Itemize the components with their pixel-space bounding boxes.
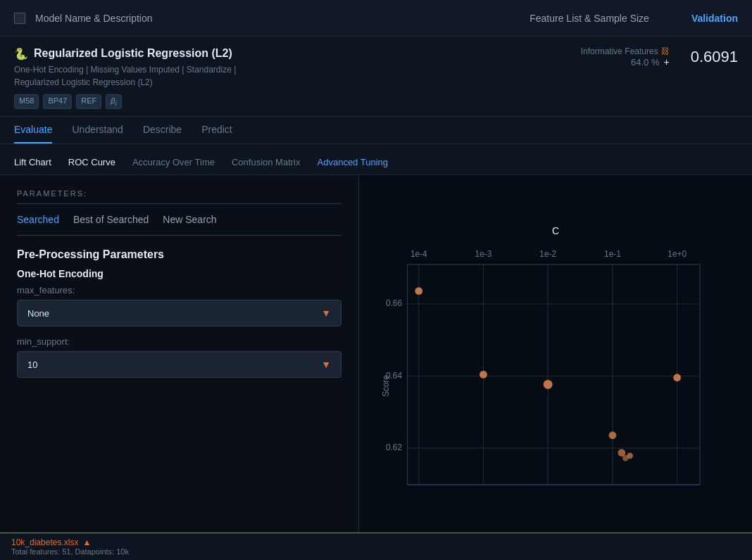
y-label-2: 0.62	[386, 443, 402, 453]
model-description: One-Hot Encoding | Missing Values Impute…	[14, 63, 282, 89]
search-tabs: Searched Best of Searched New Search	[17, 214, 341, 225]
top-nav: Model Name & Description Feature List & …	[0, 0, 752, 37]
data-point-3	[609, 432, 617, 440]
tag-m58: M58	[14, 94, 39, 109]
max-features-chevron: ▼	[321, 307, 331, 319]
chart-tab-roc[interactable]: ROC Curve	[68, 151, 115, 174]
one-hot-title: One-Hot Encoding	[17, 268, 341, 279]
x-label-4: 1e+0	[668, 249, 687, 259]
y-label-1: 0.64	[386, 371, 402, 381]
filename-text: 10k_diabetes.xlsx	[11, 537, 78, 547]
tag-bp47: BP47	[43, 94, 72, 109]
model-name-section: 🐍 Regularized Logistic Regression (L2) O…	[14, 46, 581, 109]
c-axis-label: C	[552, 225, 559, 236]
model-tags: M58 BP47 REF βi	[14, 94, 581, 109]
plus-icon[interactable]: +	[664, 56, 670, 68]
search-tab-best[interactable]: Best of Searched	[73, 214, 149, 225]
link-icon[interactable]: ⛓	[661, 46, 670, 56]
data-point-7	[673, 374, 681, 382]
min-support-label: min_support:	[17, 336, 341, 347]
right-panel: C 1e-4 1e-3 1e-2 1e-1 1e+0 Score 0.66 0.…	[359, 175, 752, 560]
data-point-0	[415, 287, 422, 295]
min-support-value: 10	[27, 359, 37, 370]
tab-predict[interactable]: Predict	[201, 117, 232, 144]
min-support-chevron: ▼	[321, 359, 331, 370]
search-tab-searched[interactable]: Searched	[17, 214, 59, 225]
search-tab-new[interactable]: New Search	[163, 214, 216, 225]
max-features-value: None	[27, 308, 49, 319]
max-features-dropdown[interactable]: None ▼	[17, 300, 341, 326]
x-label-3: 1e-1	[604, 249, 621, 259]
tag-beta: βi	[106, 94, 121, 109]
bottom-details: Total features: 51, Datapoints: 10k	[11, 547, 741, 556]
chart-tab-accuracy[interactable]: Accuracy Over Time	[132, 151, 215, 174]
bottom-bar: 10k_diabetes.xlsx ▲ Total features: 51, …	[0, 533, 752, 560]
tab-describe[interactable]: Describe	[143, 117, 182, 144]
chart-tab-advanced[interactable]: Advanced Tuning	[318, 151, 388, 174]
tab-evaluate[interactable]: Evaluate	[14, 117, 52, 144]
nav-validation[interactable]: Validation	[691, 13, 738, 24]
data-point-1	[480, 371, 487, 378]
model-checkbox[interactable]	[14, 13, 25, 24]
divider-1	[17, 203, 341, 204]
y-label-0: 0.66	[386, 298, 402, 308]
chart-tab-lift[interactable]: Lift Chart	[14, 151, 51, 174]
model-score: 0.6091	[691, 48, 738, 66]
model-name: Regularized Logistic Regression (L2)	[34, 47, 232, 60]
model-header: 🐍 Regularized Logistic Regression (L2) O…	[0, 37, 752, 117]
data-point-2	[544, 380, 553, 389]
inf-percent: 64.0 %	[631, 57, 659, 68]
bottom-filename: 10k_diabetes.xlsx ▲	[11, 537, 741, 547]
tab-understand[interactable]: Understand	[72, 117, 123, 144]
chart-tabs: Lift Chart ROC Curve Accuracy Over Time …	[0, 144, 752, 175]
divider-2	[17, 235, 341, 236]
left-panel: PARAMETERS: Searched Best of Searched Ne…	[0, 175, 359, 560]
chevron-up-icon[interactable]: ▲	[82, 537, 91, 547]
content-area: PARAMETERS: Searched Best of Searched Ne…	[0, 175, 752, 560]
informative-features: Informative Features ⛓ 64.0 % +	[581, 46, 670, 68]
chart-border	[408, 265, 700, 485]
python-icon: 🐍	[14, 46, 28, 61]
nav-feature-title: Feature List & Sample Size	[529, 13, 649, 24]
pre-processing-title: Pre-Processing Parameters	[17, 248, 341, 261]
chart-tab-confusion[interactable]: Confusion Matrix	[232, 151, 301, 174]
x-label-1: 1e-3	[475, 249, 492, 259]
scatter-chart: C 1e-4 1e-3 1e-2 1e-1 1e+0 Score 0.66 0.…	[373, 189, 738, 552]
tag-ref: REF	[76, 94, 101, 109]
parameters-label: PARAMETERS:	[17, 189, 341, 198]
model-metrics: Informative Features ⛓ 64.0 % + 0.6091	[581, 46, 738, 68]
max-features-label: max_features:	[17, 285, 341, 295]
x-label-0: 1e-4	[411, 249, 427, 259]
main-tabs: Evaluate Understand Describe Predict	[0, 117, 752, 144]
min-support-dropdown[interactable]: 10 ▼	[17, 351, 341, 378]
x-label-2: 1e-2	[539, 249, 556, 259]
nav-model-title: Model Name & Description	[35, 13, 529, 24]
data-point-6	[622, 455, 629, 462]
inf-label-text: Informative Features	[581, 46, 658, 56]
